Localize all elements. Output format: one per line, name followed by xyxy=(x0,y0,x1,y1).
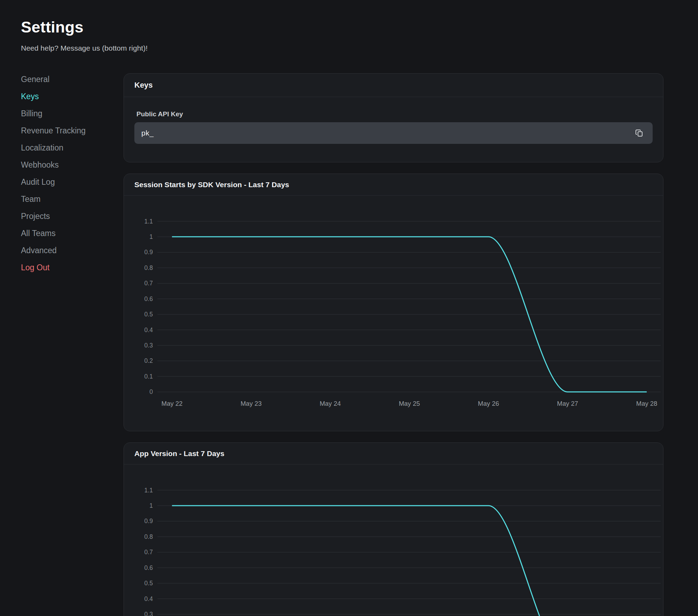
sidebar-item-projects[interactable]: Projects xyxy=(21,212,115,221)
sidebar-item-all-teams[interactable]: All Teams xyxy=(21,229,115,238)
svg-text:May 25: May 25 xyxy=(399,400,420,407)
svg-text:0.6: 0.6 xyxy=(144,295,153,302)
svg-text:1.1: 1.1 xyxy=(144,218,153,225)
svg-text:0.1: 0.1 xyxy=(144,373,153,380)
svg-text:0.7: 0.7 xyxy=(144,549,153,556)
svg-text:May 26: May 26 xyxy=(478,400,499,407)
svg-text:May 27: May 27 xyxy=(557,400,578,407)
svg-text:0.3: 0.3 xyxy=(144,342,153,349)
svg-text:0.9: 0.9 xyxy=(144,249,153,256)
svg-text:0.4: 0.4 xyxy=(144,327,153,333)
sidebar: GeneralKeysBillingRevenue TrackingLocali… xyxy=(21,75,115,280)
session-starts-chart-canvas: 1.110.90.80.70.60.50.40.30.20.10May 22Ma… xyxy=(124,174,663,431)
sidebar-item-localization[interactable]: Localization xyxy=(21,143,115,152)
svg-text:0.7: 0.7 xyxy=(144,280,153,287)
chart-gridlines xyxy=(157,490,661,616)
public-api-key-label: Public API Key xyxy=(136,110,183,118)
chart-x-axis-labels: May 22May 23May 24May 25May 26May 27May … xyxy=(162,400,658,407)
svg-text:0.5: 0.5 xyxy=(144,580,153,587)
svg-text:May 24: May 24 xyxy=(320,400,341,407)
app-version-chart-canvas: 1.110.90.80.70.60.50.40.30.20.10May 22Ma… xyxy=(124,443,663,616)
svg-text:May 23: May 23 xyxy=(240,400,262,407)
sidebar-item-audit-log[interactable]: Audit Log xyxy=(21,177,115,186)
svg-text:0.8: 0.8 xyxy=(144,533,153,540)
svg-text:1: 1 xyxy=(149,502,153,509)
public-api-key-input[interactable]: pk_ xyxy=(134,122,653,144)
sidebar-item-team[interactable]: Team xyxy=(21,195,115,204)
chart-line-series xyxy=(172,506,647,616)
session-starts-chart-header: Session Starts by SDK Version - Last 7 D… xyxy=(124,174,663,196)
chart-card-session-starts: 1.110.90.80.70.60.50.40.30.20.10May 22Ma… xyxy=(124,174,663,431)
svg-text:May 22: May 22 xyxy=(162,400,183,407)
chart-card-app-version: 1.110.90.80.70.60.50.40.30.20.10May 22Ma… xyxy=(124,442,663,616)
keys-card-header: Keys xyxy=(124,74,663,97)
sidebar-item-webhooks[interactable]: Webhooks xyxy=(21,160,115,169)
svg-text:0.5: 0.5 xyxy=(144,311,153,318)
app-version-chart-header: App Version - Last 7 Days xyxy=(124,443,663,464)
svg-text:0.2: 0.2 xyxy=(144,357,153,364)
sidebar-item-log-out[interactable]: Log Out xyxy=(21,263,115,272)
chart-y-axis-labels: 1.110.90.80.70.60.50.40.30.20.10 xyxy=(144,487,153,616)
sidebar-item-keys[interactable]: Keys xyxy=(21,92,115,101)
svg-text:0.9: 0.9 xyxy=(144,518,153,525)
sidebar-item-billing[interactable]: Billing xyxy=(21,109,115,118)
svg-text:1.1: 1.1 xyxy=(144,487,153,494)
svg-text:0.4: 0.4 xyxy=(144,595,153,602)
chart-y-axis-labels: 1.110.90.80.70.60.50.40.30.20.10 xyxy=(144,218,153,396)
chart-gridlines xyxy=(157,221,661,392)
sidebar-item-revenue-tracking[interactable]: Revenue Tracking xyxy=(21,126,115,135)
app-version-chart-title: App Version - Last 7 Days xyxy=(134,449,224,458)
page-subtitle: Need help? Message us (bottom right)! xyxy=(21,44,148,52)
copy-icon[interactable] xyxy=(634,128,644,138)
sidebar-item-advanced[interactable]: Advanced xyxy=(21,246,115,255)
svg-text:0.3: 0.3 xyxy=(144,611,153,616)
session-starts-chart-title: Session Starts by SDK Version - Last 7 D… xyxy=(134,181,289,189)
svg-text:0: 0 xyxy=(149,388,153,395)
svg-text:0.6: 0.6 xyxy=(144,564,153,571)
svg-text:May 28: May 28 xyxy=(636,400,658,407)
sidebar-item-general[interactable]: General xyxy=(21,75,115,84)
page-title: Settings xyxy=(21,18,83,36)
svg-text:1: 1 xyxy=(149,233,153,240)
settings-page: { "page": { "title": "Settings", "subtit… xyxy=(0,0,698,616)
keys-card-title: Keys xyxy=(134,81,153,90)
keys-card: Keys Public API Key pk_ xyxy=(124,73,663,162)
svg-text:0.8: 0.8 xyxy=(144,264,153,271)
public-api-key-value: pk_ xyxy=(141,129,154,137)
